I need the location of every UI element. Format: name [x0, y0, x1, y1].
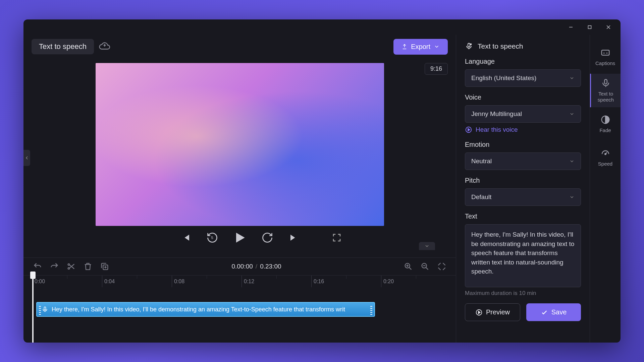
tab-captions[interactable]: Captions	[590, 40, 621, 74]
pitch-select[interactable]: Default	[465, 188, 581, 206]
ruler-tick: 0:08	[172, 276, 184, 287]
svg-point-11	[471, 44, 472, 45]
ruler-tick: 0:04	[102, 276, 115, 287]
forward-5-button[interactable]	[261, 232, 273, 244]
svg-rect-14	[601, 50, 609, 55]
duration-hint: Maximum duration is 10 min	[465, 290, 581, 297]
svg-point-5	[68, 268, 70, 269]
app-window: Text to speech Export 9:16	[23, 19, 621, 343]
chevron-down-icon	[569, 159, 575, 164]
chevron-down-icon	[569, 194, 575, 200]
svg-rect-10	[468, 43, 470, 47]
timeline-tracks[interactable]: Hey there, I'm Sally! In this video, I'l…	[23, 287, 456, 343]
ruler-tick: 0:12	[241, 276, 254, 287]
timeline-ruler[interactable]: 0:00 0:04 0:08 0:12 0:16 0:20	[23, 275, 456, 287]
voice-label: Voice	[465, 94, 581, 101]
export-button[interactable]: Export	[393, 39, 448, 55]
hear-voice-button[interactable]: Hear this voice	[465, 126, 581, 133]
chevron-down-icon	[569, 111, 575, 117]
playhead[interactable]	[32, 274, 34, 343]
time-separator: /	[256, 263, 257, 270]
play-circle-icon	[465, 126, 472, 133]
minimize-button[interactable]	[561, 21, 580, 34]
emotion-select[interactable]: Neutral	[465, 153, 581, 170]
split-button[interactable]	[66, 262, 76, 271]
skip-start-button[interactable]	[180, 232, 192, 244]
svg-rect-15	[604, 79, 607, 84]
panel-actions: Preview Save	[465, 303, 581, 321]
tab-text-to-speech[interactable]: Text to speech	[590, 74, 621, 107]
fade-icon	[600, 115, 610, 125]
mic-icon	[42, 306, 48, 313]
language-select[interactable]: English (United States)	[465, 69, 581, 87]
undo-button[interactable]	[33, 262, 42, 271]
tab-fade[interactable]: Fade	[590, 107, 621, 141]
transport-controls: 5	[23, 226, 456, 249]
preview-area: 9:16 5	[23, 58, 456, 257]
tts-text-input[interactable]	[465, 224, 581, 287]
export-label: Export	[411, 43, 430, 51]
ruler-tick: 0:20	[381, 276, 394, 287]
check-icon	[541, 309, 548, 316]
fit-button[interactable]	[437, 262, 446, 271]
redo-button[interactable]	[50, 262, 59, 271]
play-button[interactable]	[232, 230, 247, 245]
rewind-5-button[interactable]: 5	[206, 232, 218, 244]
zoom-in-button[interactable]	[404, 262, 413, 271]
duplicate-button[interactable]	[100, 262, 109, 271]
collapse-left-button[interactable]	[23, 150, 30, 166]
tts-clip[interactable]: Hey there, I'm Sally! In this video, I'l…	[36, 302, 375, 317]
language-label: Language	[465, 58, 581, 65]
topbar: Text to speech Export	[23, 35, 456, 58]
zoom-out-button[interactable]	[420, 262, 430, 271]
svg-point-4	[68, 264, 70, 265]
mic-icon	[601, 78, 611, 88]
text-label: Text	[465, 213, 581, 220]
timeline-toolbar: 0.00:00 / 0.23:00	[23, 258, 456, 275]
play-circle-icon	[475, 309, 483, 316]
maximize-button[interactable]	[580, 21, 599, 34]
voice-select[interactable]: Jenny Multilingual	[465, 105, 581, 123]
app-body: Text to speech Export 9:16	[23, 35, 621, 343]
timeline-time: 0.00:00 / 0.23:00	[117, 263, 396, 270]
aspect-ratio-badge[interactable]: 9:16	[425, 63, 448, 75]
skip-end-button[interactable]	[287, 232, 300, 244]
fullscreen-button[interactable]	[332, 233, 342, 243]
left-pane: Text to speech Export 9:16	[23, 35, 456, 343]
timeline: 0.00:00 / 0.23:00 0:00 0:04 0:08	[23, 257, 456, 343]
cloud-sync-icon[interactable]	[99, 41, 111, 53]
tab-speed[interactable]: Speed	[590, 141, 621, 174]
ruler-tick: 0:16	[311, 276, 324, 287]
close-button[interactable]	[599, 21, 618, 34]
svg-point-17	[605, 154, 606, 155]
panel-title: Text to speech	[465, 42, 581, 50]
total-time: 0.23:00	[260, 263, 281, 270]
properties-panel: Text to speech Language English (United …	[456, 35, 590, 343]
svg-rect-9	[44, 307, 46, 310]
pitch-label: Pitch	[465, 177, 581, 184]
collapse-timeline-button[interactable]	[419, 242, 435, 250]
speed-icon	[600, 148, 610, 158]
delete-button[interactable]	[83, 262, 93, 271]
current-time: 0.00:00	[231, 263, 253, 270]
video-preview[interactable]	[96, 63, 384, 226]
mic-icon	[465, 42, 473, 50]
clip-text: Hey there, I'm Sally! In this video, I'l…	[52, 306, 345, 313]
titlebar	[23, 19, 621, 35]
captions-icon	[600, 48, 610, 58]
preview-button[interactable]: Preview	[465, 303, 520, 321]
side-tabs: Captions Text to speech Fade Speed	[590, 35, 621, 343]
save-button[interactable]: Save	[526, 303, 581, 321]
svg-rect-1	[588, 26, 591, 29]
emotion-label: Emotion	[465, 141, 581, 148]
mode-pill[interactable]: Text to speech	[32, 39, 94, 54]
chevron-down-icon	[569, 75, 575, 81]
